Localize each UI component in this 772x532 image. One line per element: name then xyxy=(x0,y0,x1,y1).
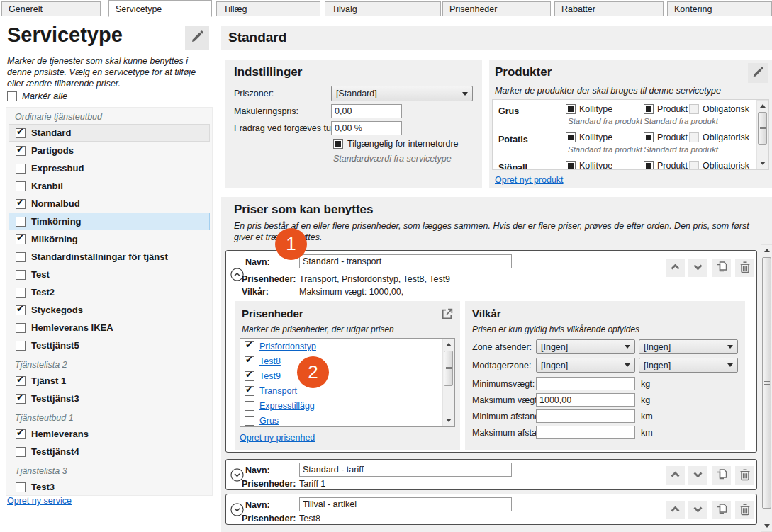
internet-checkbox-row[interactable]: Tilgængelig for internetordre xyxy=(333,139,459,149)
price-name-input[interactable] xyxy=(299,497,512,511)
scroll-down-icon[interactable] xyxy=(764,524,770,528)
checkbox[interactable] xyxy=(245,416,254,426)
prisenhed-row[interactable]: Grus xyxy=(240,413,454,427)
move-down-button[interactable] xyxy=(688,466,707,485)
checkbox[interactable] xyxy=(16,447,26,457)
move-up-button[interactable] xyxy=(666,466,685,485)
select-all-row[interactable]: Markér alle xyxy=(7,91,67,101)
list-item-hemleverans-ikea[interactable]: Hemleverans IKEA xyxy=(9,319,210,336)
checkbox[interactable] xyxy=(16,252,26,262)
list-item-test3[interactable]: Test3 xyxy=(9,478,210,496)
zone-afsender-select-1[interactable]: [Ingen] xyxy=(536,339,635,354)
fradrag-input[interactable] xyxy=(331,121,402,135)
prisenhed-link[interactable]: Grus xyxy=(259,416,279,426)
obligatorisk-checkbox[interactable] xyxy=(689,132,699,142)
checkbox[interactable] xyxy=(16,128,26,138)
delete-button[interactable] xyxy=(735,466,754,485)
modtagerzone-select-1[interactable]: [Ingen] xyxy=(536,358,635,373)
checkbox[interactable] xyxy=(16,288,26,298)
modtagerzone-select-2[interactable]: [Ingen] xyxy=(639,358,738,373)
checkbox[interactable] xyxy=(245,371,254,381)
produkt-checkbox[interactable] xyxy=(644,132,654,142)
move-down-button[interactable] xyxy=(688,501,707,519)
obligatorisk-checkbox-row[interactable]: Obligatorisk xyxy=(689,161,749,170)
scroll-down-icon[interactable] xyxy=(760,162,766,165)
prisenhed-row[interactable]: Expresstillägg xyxy=(240,398,454,413)
maksimum-vaegt-input[interactable] xyxy=(536,393,635,407)
scrollbar-thumb[interactable] xyxy=(758,112,767,145)
move-down-button[interactable] xyxy=(688,259,707,277)
minimumsvaegt-input[interactable] xyxy=(536,377,635,390)
produkt-checkbox-row[interactable]: Produkt xyxy=(644,132,688,142)
obligatorisk-checkbox[interactable] xyxy=(689,104,699,114)
prices-scrollbar[interactable] xyxy=(761,244,772,532)
checkbox[interactable] xyxy=(16,482,26,492)
select-all-checkbox[interactable] xyxy=(7,91,17,101)
prisenhed-link[interactable]: Test8 xyxy=(259,356,281,366)
zone-afsender-select-2[interactable]: [Ingen] xyxy=(639,339,738,354)
tab-generelt[interactable]: Generelt xyxy=(1,1,101,16)
prisenhed-link[interactable]: Expresstillägg xyxy=(259,401,315,411)
kollitype-checkbox[interactable] xyxy=(566,104,576,114)
copy-button[interactable] xyxy=(712,259,731,277)
delete-button[interactable] xyxy=(735,501,754,519)
open-prisenheder-button[interactable] xyxy=(440,307,454,323)
checkbox[interactable] xyxy=(16,429,26,439)
tab-tillaeg[interactable]: Tillæg xyxy=(216,1,320,16)
tab-kontering[interactable]: Kontering xyxy=(667,1,772,16)
priszoner-select[interactable]: [Standard] xyxy=(331,86,473,101)
list-item-timkorning[interactable]: Timkörning xyxy=(9,213,210,230)
kollitype-checkbox[interactable] xyxy=(566,161,576,170)
kollitype-checkbox-row[interactable]: Kollitype xyxy=(566,161,612,170)
list-item-partigods[interactable]: Partigods xyxy=(9,142,210,159)
tab-rabatter[interactable]: Rabatter xyxy=(554,1,664,16)
tab-servicetype[interactable]: Servicetype xyxy=(108,0,212,17)
kollitype-checkbox-row[interactable]: Kollitype xyxy=(566,104,612,114)
list-item-testtjanst4[interactable]: Testtjänst4 xyxy=(9,443,210,460)
prisenhed-row[interactable]: Prisfordonstyp xyxy=(240,339,454,353)
list-item-hemleverans[interactable]: Hemleverans xyxy=(9,425,210,443)
checkbox[interactable] xyxy=(16,181,26,191)
move-up-button[interactable] xyxy=(666,501,685,519)
minimum-afstand-input[interactable] xyxy=(536,409,635,423)
checkbox[interactable] xyxy=(16,146,26,156)
scroll-up-icon[interactable] xyxy=(760,104,766,108)
checkbox[interactable] xyxy=(16,305,26,315)
obligatorisk-checkbox-row[interactable]: Obligatorisk xyxy=(689,132,749,142)
list-item-test2[interactable]: Test2 xyxy=(9,283,210,301)
prisenhed-link[interactable]: Transport xyxy=(259,386,297,396)
list-item-standard[interactable]: Standard xyxy=(9,124,210,142)
copy-button[interactable] xyxy=(712,501,731,519)
scroll-up-icon[interactable] xyxy=(446,343,452,346)
makuleringspris-input[interactable] xyxy=(331,104,402,118)
checkbox[interactable] xyxy=(16,394,26,404)
internet-checkbox[interactable] xyxy=(333,139,343,149)
checkbox[interactable] xyxy=(245,341,254,351)
maksimum-afstand-input[interactable] xyxy=(536,426,635,439)
move-up-button[interactable] xyxy=(666,259,685,277)
list-item-test[interactable]: Test xyxy=(9,266,210,283)
list-item-expressbud[interactable]: Expressbud xyxy=(9,159,210,177)
list-item-standardinstallningar[interactable]: Standardinställningar för tjänst xyxy=(9,248,210,266)
create-prisenhed-link[interactable]: Opret ny prisenhed xyxy=(240,433,315,443)
produkt-checkbox[interactable] xyxy=(644,104,654,114)
scrollbar-thumb[interactable] xyxy=(444,351,453,386)
price-name-input[interactable] xyxy=(299,254,512,268)
create-service-link[interactable]: Opret ny service xyxy=(7,496,72,506)
checkbox[interactable] xyxy=(16,341,26,351)
list-item-milkorning[interactable]: Milkörning xyxy=(9,230,210,248)
list-item-testtjanst3[interactable]: Testtjänst3 xyxy=(9,390,210,407)
checkbox[interactable] xyxy=(16,376,26,386)
produkt-checkbox-row[interactable]: Produkt xyxy=(644,104,688,114)
prisenheder-scrollbar[interactable] xyxy=(442,339,454,426)
list-item-testtjanst5[interactable]: Testtjänst5 xyxy=(9,336,210,354)
checkbox[interactable] xyxy=(16,270,26,280)
produkt-checkbox-row[interactable]: Produkt xyxy=(644,161,688,170)
tab-prisenheder[interactable]: Prisenheder xyxy=(442,1,551,16)
create-product-link[interactable]: Opret nyt produkt xyxy=(495,175,564,185)
checkbox[interactable] xyxy=(16,164,26,174)
checkbox[interactable] xyxy=(16,199,26,209)
prisenhed-link[interactable]: Prisfordonstyp xyxy=(259,341,316,351)
produkt-checkbox[interactable] xyxy=(644,161,654,170)
scroll-up-icon[interactable] xyxy=(764,249,770,252)
